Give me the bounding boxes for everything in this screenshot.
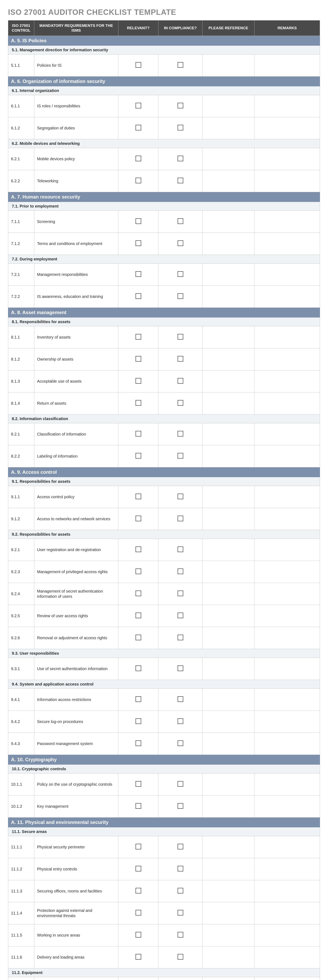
reference-cell[interactable]	[203, 924, 255, 946]
relevant-checkbox[interactable]	[136, 718, 141, 724]
remarks-cell[interactable]	[255, 627, 320, 649]
reference-cell[interactable]	[203, 326, 255, 348]
compliance-checkbox[interactable]	[177, 431, 183, 436]
remarks-cell[interactable]	[255, 285, 320, 307]
remarks-cell[interactable]	[255, 795, 320, 817]
remarks-cell[interactable]	[255, 836, 320, 858]
compliance-checkbox[interactable]	[177, 453, 183, 458]
reference-cell[interactable]	[203, 392, 255, 414]
reference-cell[interactable]	[203, 348, 255, 370]
compliance-checkbox[interactable]	[177, 515, 183, 521]
remarks-cell[interactable]	[255, 605, 320, 627]
remarks-cell[interactable]	[255, 54, 320, 76]
remarks-cell[interactable]	[255, 711, 320, 733]
remarks-cell[interactable]	[255, 486, 320, 508]
compliance-checkbox[interactable]	[177, 635, 183, 640]
remarks-cell[interactable]	[255, 773, 320, 795]
remarks-cell[interactable]	[255, 880, 320, 902]
relevant-checkbox[interactable]	[136, 178, 141, 183]
relevant-checkbox[interactable]	[136, 125, 141, 130]
relevant-checkbox[interactable]	[136, 910, 141, 915]
compliance-checkbox[interactable]	[177, 378, 183, 383]
reference-cell[interactable]	[203, 627, 255, 649]
reference-cell[interactable]	[203, 370, 255, 392]
relevant-checkbox[interactable]	[136, 431, 141, 436]
reference-cell[interactable]	[203, 836, 255, 858]
relevant-checkbox[interactable]	[136, 781, 141, 787]
reference-cell[interactable]	[203, 95, 255, 117]
relevant-checkbox[interactable]	[136, 356, 141, 361]
relevant-checkbox[interactable]	[136, 888, 141, 894]
relevant-checkbox[interactable]	[136, 696, 141, 702]
remarks-cell[interactable]	[255, 658, 320, 680]
compliance-checkbox[interactable]	[177, 590, 183, 596]
compliance-checkbox[interactable]	[177, 125, 183, 130]
compliance-checkbox[interactable]	[177, 612, 183, 618]
compliance-checkbox[interactable]	[177, 866, 183, 872]
relevant-checkbox[interactable]	[136, 493, 141, 499]
remarks-cell[interactable]	[255, 326, 320, 348]
remarks-cell[interactable]	[255, 263, 320, 285]
compliance-checkbox[interactable]	[177, 271, 183, 277]
relevant-checkbox[interactable]	[136, 932, 141, 937]
relevant-checkbox[interactable]	[136, 612, 141, 618]
reference-cell[interactable]	[203, 232, 255, 255]
relevant-checkbox[interactable]	[136, 378, 141, 383]
compliance-checkbox[interactable]	[177, 334, 183, 340]
compliance-checkbox[interactable]	[177, 844, 183, 850]
reference-cell[interactable]	[203, 508, 255, 530]
reference-cell[interactable]	[203, 539, 255, 561]
compliance-checkbox[interactable]	[177, 546, 183, 552]
remarks-cell[interactable]	[255, 210, 320, 232]
remarks-cell[interactable]	[255, 561, 320, 583]
reference-cell[interactable]	[203, 263, 255, 285]
remarks-cell[interactable]	[255, 539, 320, 561]
reference-cell[interactable]	[203, 946, 255, 968]
relevant-checkbox[interactable]	[136, 740, 141, 746]
reference-cell[interactable]	[203, 583, 255, 605]
remarks-cell[interactable]	[255, 423, 320, 445]
relevant-checkbox[interactable]	[136, 240, 141, 246]
reference-cell[interactable]	[203, 486, 255, 508]
reference-cell[interactable]	[203, 689, 255, 711]
compliance-checkbox[interactable]	[177, 888, 183, 894]
reference-cell[interactable]	[203, 148, 255, 170]
remarks-cell[interactable]	[255, 392, 320, 414]
remarks-cell[interactable]	[255, 689, 320, 711]
remarks-cell[interactable]	[255, 348, 320, 370]
compliance-checkbox[interactable]	[177, 568, 183, 574]
compliance-checkbox[interactable]	[177, 293, 183, 299]
remarks-cell[interactable]	[255, 733, 320, 755]
reference-cell[interactable]	[203, 880, 255, 902]
compliance-checkbox[interactable]	[177, 932, 183, 937]
relevant-checkbox[interactable]	[136, 293, 141, 299]
compliance-checkbox[interactable]	[177, 218, 183, 224]
relevant-checkbox[interactable]	[136, 803, 141, 809]
reference-cell[interactable]	[203, 170, 255, 192]
reference-cell[interactable]	[203, 795, 255, 817]
reference-cell[interactable]	[203, 977, 255, 980]
reference-cell[interactable]	[203, 285, 255, 307]
remarks-cell[interactable]	[255, 508, 320, 530]
reference-cell[interactable]	[203, 858, 255, 880]
compliance-checkbox[interactable]	[177, 696, 183, 702]
compliance-checkbox[interactable]	[177, 493, 183, 499]
compliance-checkbox[interactable]	[177, 356, 183, 361]
remarks-cell[interactable]	[255, 170, 320, 192]
relevant-checkbox[interactable]	[136, 334, 141, 340]
relevant-checkbox[interactable]	[136, 400, 141, 406]
relevant-checkbox[interactable]	[136, 844, 141, 850]
relevant-checkbox[interactable]	[136, 453, 141, 458]
relevant-checkbox[interactable]	[136, 271, 141, 277]
reference-cell[interactable]	[203, 902, 255, 924]
compliance-checkbox[interactable]	[177, 910, 183, 915]
reference-cell[interactable]	[203, 773, 255, 795]
relevant-checkbox[interactable]	[136, 515, 141, 521]
reference-cell[interactable]	[203, 658, 255, 680]
reference-cell[interactable]	[203, 117, 255, 139]
compliance-checkbox[interactable]	[177, 803, 183, 809]
relevant-checkbox[interactable]	[136, 218, 141, 224]
reference-cell[interactable]	[203, 423, 255, 445]
compliance-checkbox[interactable]	[177, 62, 183, 68]
reference-cell[interactable]	[203, 445, 255, 467]
